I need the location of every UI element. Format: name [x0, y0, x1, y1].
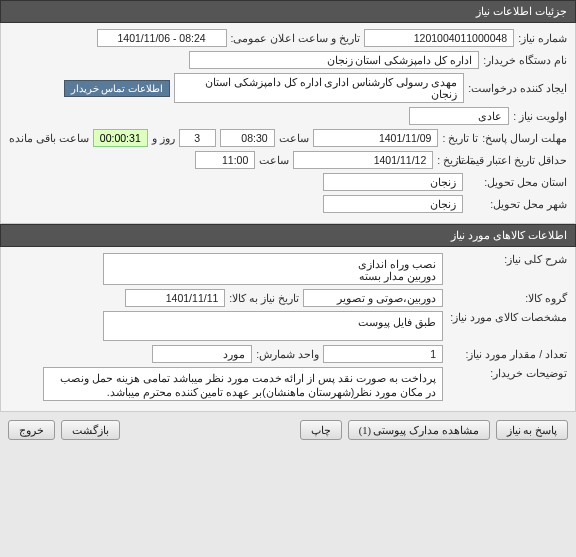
- validity-label: حداقل تاریخ اعتبار قیمت:: [477, 154, 567, 166]
- validity-time-field: 11:00: [195, 151, 255, 169]
- exit-button[interactable]: خروج: [8, 420, 55, 440]
- deadline-label: مهلت ارسال پاسخ:: [482, 132, 567, 144]
- desc-label: شرح کلی نیاز:: [447, 253, 567, 265]
- desc-line2: دوربین مدار بسته: [110, 270, 436, 282]
- group-label: گروه کالا:: [447, 292, 567, 304]
- notes-field: پرداخت به صورت نقد پس از ارائه خدمت مورد…: [43, 367, 443, 401]
- qty-label: تعداد / مقدار مورد نیاز:: [447, 348, 567, 360]
- need-date-field: 1401/11/11: [125, 289, 225, 307]
- requester-field: مهدی رسولی کارشناس اداری اداره کل دامپزش…: [174, 73, 464, 103]
- announce-label: تاریخ و ساعت اعلان عمومی:: [231, 32, 361, 44]
- group-field: دوربین،صوتی و تصویر: [303, 289, 443, 307]
- notes-label: توضیحات خریدار:: [447, 367, 567, 379]
- city-label: شهر محل تحویل:: [467, 198, 567, 210]
- print-button[interactable]: چاپ: [300, 420, 342, 440]
- panel2-body: شرح کلی نیاز: نصب وراه اندازی دوربین مدا…: [0, 247, 576, 412]
- bottom-bar: پاسخ به نیاز مشاهده مدارک پیوستی (1) چاپ…: [0, 412, 576, 448]
- desc-field: نصب وراه اندازی دوربین مدار بسته: [103, 253, 443, 285]
- remain-label: ساعت باقی مانده: [9, 132, 89, 144]
- priority-label: اولویت نیاز :: [513, 110, 567, 122]
- requester-label: ایجاد کننده درخواست:: [468, 82, 567, 94]
- answer-time-field: 08:30: [220, 129, 275, 147]
- panel2-header: اطلاعات کالاهای مورد نیاز: [0, 224, 576, 247]
- need-date-label: تاریخ نیاز به کالا:: [229, 292, 299, 304]
- announce-field: 1401/11/06 - 08:24: [97, 29, 227, 47]
- buyer-contact-button[interactable]: اطلاعات تماس خریدار: [64, 80, 171, 97]
- need-number-label: شماره نیاز:: [518, 32, 567, 44]
- answer-date-field: 1401/11/09: [313, 129, 439, 147]
- panel1-header: جزئیات اطلاعات نیاز: [0, 0, 576, 23]
- respond-button[interactable]: پاسخ به نیاز: [496, 420, 568, 440]
- need-number-field: 1201004011000048: [364, 29, 514, 47]
- province-label: استان محل تحویل:: [467, 176, 567, 188]
- days-field: 3: [179, 129, 216, 147]
- days-label: روز و: [152, 132, 175, 144]
- unit-field: مورد: [152, 345, 252, 363]
- time-label-1: ساعت: [279, 132, 309, 144]
- buyer-field: اداره کل دامپزشکی استان زنجان: [189, 51, 479, 69]
- spec-field: طبق فایل پیوست: [103, 311, 443, 341]
- buyer-label: نام دستگاه خریدار:: [483, 54, 567, 66]
- panel1-body: شماره نیاز: 1201004011000048 تاریخ و ساع…: [0, 23, 576, 224]
- priority-field: عادی: [409, 107, 509, 125]
- back-button[interactable]: بازگشت: [61, 420, 120, 440]
- to-date-label-1: تا تاریخ :: [442, 132, 478, 144]
- city-field: زنجان: [323, 195, 463, 213]
- to-date-label-2: تا تاریخ :: [437, 154, 473, 166]
- unit-label: واحد شمارش:: [256, 348, 319, 360]
- qty-field: 1: [323, 345, 443, 363]
- desc-line1: نصب وراه اندازی: [110, 258, 436, 270]
- countdown-field: 00:00:31: [93, 129, 148, 147]
- time-label-2: ساعت: [259, 154, 289, 166]
- attachments-button[interactable]: مشاهده مدارک پیوستی (1): [348, 420, 490, 440]
- spec-label: مشخصات کالای مورد نیاز:: [447, 311, 567, 323]
- validity-date-field: 1401/11/12: [293, 151, 433, 169]
- province-field: زنجان: [323, 173, 463, 191]
